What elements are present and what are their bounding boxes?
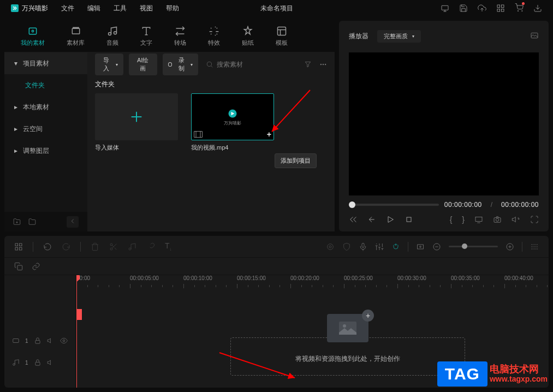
lock-icon[interactable] — [34, 359, 41, 366]
volume-icon[interactable] — [512, 215, 520, 224]
cart-icon[interactable] — [515, 3, 524, 14]
add-clip-plus-icon[interactable]: + — [267, 130, 271, 139]
delete-icon[interactable] — [91, 242, 99, 251]
tab-templates[interactable]: 模板 — [276, 26, 288, 47]
svg-rect-19 — [194, 132, 203, 138]
svg-point-31 — [110, 248, 112, 250]
grid-toggle-icon[interactable] — [14, 242, 23, 251]
play-back-icon[interactable] — [367, 215, 376, 224]
zoom-in-icon[interactable] — [506, 242, 514, 251]
app-name: 万兴喵影 — [22, 4, 48, 13]
export-icon[interactable] — [533, 4, 542, 13]
project-title: 未命名项目 — [260, 4, 293, 13]
search-input[interactable] — [217, 61, 299, 68]
import-button[interactable]: 导入▾ — [95, 54, 123, 75]
preview-title: 播放器 — [349, 32, 368, 41]
mixer-icon[interactable] — [375, 242, 384, 251]
ai-draw-button[interactable]: AI绘画 — [129, 54, 157, 75]
playhead[interactable] — [76, 275, 77, 388]
target-icon[interactable] — [326, 242, 335, 251]
copy-icon[interactable] — [14, 262, 23, 271]
cloud-upload-icon[interactable] — [478, 4, 486, 13]
zoom-out-icon[interactable] — [432, 242, 441, 251]
new-folder-icon[interactable] — [13, 218, 21, 225]
sidebar-item-folder[interactable]: 文件夹 — [4, 74, 87, 96]
monitor-icon[interactable] — [441, 4, 449, 13]
menu-tools[interactable]: 工具 — [114, 4, 127, 13]
menu-help[interactable]: 帮助 — [166, 4, 179, 13]
audio-track-label[interactable]: 1 — [4, 352, 76, 373]
media-item-video[interactable]: 万兴喵影 + 我的视频.mp4 添加到项目 — [191, 93, 274, 152]
scrub-track[interactable] — [349, 204, 439, 206]
redo-icon[interactable] — [62, 242, 70, 251]
undo-icon[interactable] — [43, 242, 52, 251]
timeline-ruler[interactable]: 00:0000:00:05:0000:00:10:0000:00:15:0000… — [76, 275, 549, 290]
tab-text[interactable]: 文字 — [140, 26, 152, 47]
tool-tabs: 我的素材 素材库 音频 文字 转场 特效 — [4, 21, 335, 52]
lock-icon[interactable] — [34, 337, 41, 345]
chain-icon[interactable] — [32, 262, 40, 271]
app-logo-icon — [11, 4, 19, 12]
preview-viewport[interactable] — [349, 52, 539, 195]
tab-effects[interactable]: 特效 — [208, 26, 220, 47]
save-icon[interactable] — [459, 4, 468, 13]
mic-icon[interactable] — [359, 242, 367, 251]
sidebar-item-project-media[interactable]: ▾项目素材 — [4, 52, 87, 74]
camera-icon[interactable] — [493, 215, 502, 224]
scrub-handle[interactable] — [349, 201, 355, 208]
left-panel: 我的素材 素材库 音频 文字 转场 特效 — [4, 21, 335, 231]
quality-select[interactable]: 完整画质▾ — [377, 30, 421, 43]
drop-zone[interactable]: + 将视频和资源拖拽到此处，开始创作 — [230, 337, 465, 376]
text-tool-icon[interactable]: T↓ — [165, 241, 172, 252]
display-mode-icon[interactable] — [474, 215, 483, 224]
import-media-tile[interactable]: 导入媒体 — [95, 93, 178, 152]
svg-point-8 — [32, 30, 33, 32]
snapshot-icon[interactable] — [530, 31, 539, 40]
folder-icon[interactable] — [28, 218, 36, 225]
sidebar-item-cloud[interactable]: ▸云空间 — [4, 118, 87, 140]
svg-rect-0 — [442, 5, 448, 10]
eye-icon[interactable] — [60, 337, 68, 345]
tab-audio[interactable]: 音频 — [106, 26, 118, 47]
sidebar-item-local-media[interactable]: ▸本地素材 — [4, 96, 87, 118]
menu-file[interactable]: 文件 — [61, 4, 74, 13]
search-icon — [206, 61, 213, 68]
section-label: 文件夹 — [87, 76, 335, 93]
grid-icon[interactable] — [496, 4, 505, 13]
prev-frame-icon[interactable] — [349, 215, 358, 224]
tab-stickers[interactable]: 贴纸 — [242, 26, 254, 47]
track-height-icon[interactable] — [530, 242, 539, 251]
mark-in-icon[interactable]: { — [450, 215, 453, 224]
mute-icon[interactable] — [47, 359, 55, 366]
sidebar-item-adjust-layer[interactable]: ▸调整图层 — [4, 140, 87, 162]
stop-icon[interactable] — [405, 215, 413, 224]
menu-bar: 万兴喵影 文件 编辑 工具 视图 帮助 未命名项目 — [0, 0, 553, 16]
play-icon[interactable] — [386, 215, 395, 224]
mute-icon[interactable] — [47, 337, 55, 345]
audio-sync-icon[interactable] — [128, 242, 136, 251]
tab-my-media[interactable]: 我的素材 — [21, 26, 45, 47]
link-icon[interactable] — [146, 242, 155, 251]
tab-transition[interactable]: 转场 — [174, 26, 186, 47]
fit-icon[interactable] — [416, 242, 425, 251]
magnet-icon[interactable] — [391, 242, 400, 251]
filter-icon[interactable] — [304, 61, 312, 68]
fullscreen-icon[interactable] — [530, 215, 539, 224]
svg-point-25 — [496, 218, 498, 221]
svg-point-16 — [323, 64, 324, 65]
video-track-label[interactable]: 1 — [4, 330, 76, 352]
menu-edit[interactable]: 编辑 — [87, 4, 100, 13]
tab-media-lib[interactable]: 素材库 — [67, 26, 85, 47]
mark-out-icon[interactable]: } — [462, 215, 465, 224]
zoom-slider[interactable] — [449, 246, 498, 247]
more-icon[interactable] — [319, 61, 327, 68]
time-current: 00:00:00:00 — [444, 201, 482, 209]
collapse-sidebar-icon[interactable] — [67, 216, 79, 228]
svg-point-11 — [109, 33, 111, 35]
menu-view[interactable]: 视图 — [140, 4, 153, 13]
svg-rect-36 — [418, 245, 424, 249]
cut-icon[interactable] — [109, 242, 118, 251]
shield-icon[interactable] — [342, 242, 351, 251]
svg-rect-10 — [73, 27, 79, 28]
record-button[interactable]: 录制▾ — [163, 54, 198, 75]
